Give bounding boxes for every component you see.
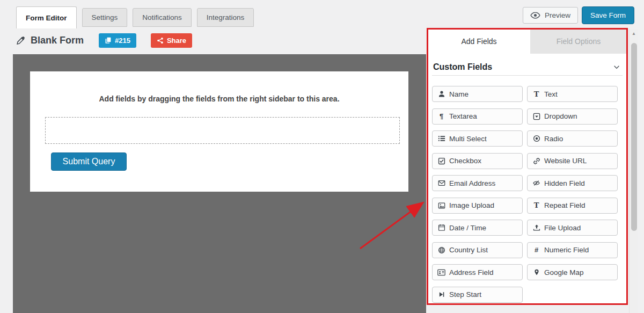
field-button-label: Country List [449,246,488,254]
hash-icon: # [532,246,540,254]
text-icon: T [532,201,540,209]
field-button-repeat-field[interactable]: TRepeat Field [527,198,618,214]
field-button-label: Hidden Field [544,179,585,187]
field-button-label: Email Address [449,179,495,187]
field-dropzone[interactable] [45,117,400,144]
eye-slash-icon [532,179,540,187]
field-button-label: Name [449,90,469,98]
form-canvas: Add fields by dragging the fields from t… [13,54,426,313]
checkbox-icon [437,157,445,165]
link-icon [532,157,540,165]
share-label: Share [167,37,186,45]
field-button-checkbox[interactable]: Checkbox [432,153,523,169]
form-id-badge[interactable]: #215 [99,33,136,48]
tab-field-options[interactable]: Field Options [530,29,627,54]
sidebar-scrollbar[interactable]: ▲ [629,29,638,313]
field-button-textarea[interactable]: ¶Textarea [432,108,523,125]
map-marker-icon [532,268,540,276]
copy-icon [105,37,112,44]
field-button-multi-select[interactable]: Multi Select [432,130,523,147]
tab-settings[interactable]: Settings [82,8,128,27]
field-button-label: File Upload [544,224,581,232]
field-button-label: Website URL [544,157,587,165]
sidebar-tab-bar: Add Fields Field Options [428,29,627,54]
field-button-name[interactable]: Name [432,86,523,102]
field-button-label: Dropdown [544,112,577,120]
form-title: Blank Form [31,35,84,46]
field-button-label: Date / Time [449,224,486,232]
field-button-country-list[interactable]: Country List [432,242,523,258]
section-divider [432,75,623,76]
radio-icon [532,135,540,143]
field-button-google-map[interactable]: Google Map [527,264,618,280]
field-button-email-address[interactable]: Email Address [432,175,523,191]
field-button-image-upload[interactable]: Image Upload [432,198,523,214]
share-button[interactable]: Share [151,33,192,48]
field-button-step-start[interactable]: Step Start [432,287,523,303]
step-forward-icon [437,290,445,299]
field-button-dropdown[interactable]: Dropdown [527,108,618,125]
field-button-label: Google Map [544,268,584,276]
field-button-label: Radio [544,135,563,143]
list-icon [437,135,445,143]
form-id-label: #215 [115,37,130,45]
globe-icon [437,246,445,254]
image-icon [437,201,445,209]
tab-add-fields[interactable]: Add Fields [428,29,530,54]
field-button-label: Image Upload [449,201,494,209]
calendar-icon [437,224,445,232]
custom-fields-section-header[interactable]: Custom Fields [432,59,623,75]
tab-form-editor[interactable]: Form Editor [16,6,77,28]
edit-title-pencil-icon[interactable] [16,36,25,45]
dropdown-icon [532,112,540,120]
field-button-hidden-field[interactable]: Hidden Field [527,175,618,191]
upload-icon [532,224,540,232]
envelope-icon [437,179,445,187]
sidebar-body: Custom Fields NameTText¶TextareaDropdown… [428,54,627,303]
fields-sidebar: Add Fields Field Options Custom Fields N… [428,29,627,305]
field-button-numeric-field[interactable]: #Numeric Field [527,242,618,258]
field-button-website-url[interactable]: Website URL [527,153,618,169]
field-button-text[interactable]: TText [527,86,618,102]
field-button-label: Numeric Field [544,246,589,254]
form-preview-card: Add fields by dragging the fields from t… [30,71,408,192]
scrollbar-thumb[interactable] [631,43,637,231]
submit-query-button[interactable]: Submit Query [51,152,127,171]
field-button-label: Checkbox [449,157,481,165]
field-button-label: Repeat Field [544,201,586,209]
address-card-icon [437,268,445,276]
preview-button[interactable]: Preview [523,7,578,24]
custom-fields-title: Custom Fields [433,62,492,72]
paragraph-icon: ¶ [437,112,445,120]
eye-icon [530,12,540,19]
custom-fields-grid: NameTText¶TextareaDropdownMulti SelectRa… [432,86,623,303]
field-button-date-time[interactable]: Date / Time [432,220,523,236]
field-button-address-field[interactable]: Address Field [432,264,523,280]
field-button-label: Step Start [449,290,481,299]
field-button-label: Address Field [449,268,494,276]
user-icon [437,90,445,98]
field-button-label: Text [544,90,558,98]
save-form-button[interactable]: Save Form [582,6,634,24]
field-button-file-upload[interactable]: File Upload [527,220,618,236]
main-tab-bar: Form Editor Settings Notifications Integ… [16,6,254,28]
drag-hint-text: Add fields by dragging the fields from t… [30,94,408,103]
top-actions: Preview Save Form [523,6,634,24]
field-button-label: Multi Select [449,135,487,143]
preview-label: Preview [545,11,570,19]
scrollbar-up-arrow-icon[interactable]: ▲ [630,31,638,36]
text-icon: T [532,90,540,98]
tab-notifications[interactable]: Notifications [133,8,192,27]
form-title-bar: Blank Form #215 Share [16,32,192,48]
field-button-label: Textarea [449,112,477,120]
chevron-down-icon [612,63,620,71]
tab-integrations[interactable]: Integrations [197,8,254,27]
field-button-radio[interactable]: Radio [527,130,618,147]
share-icon [157,37,164,44]
